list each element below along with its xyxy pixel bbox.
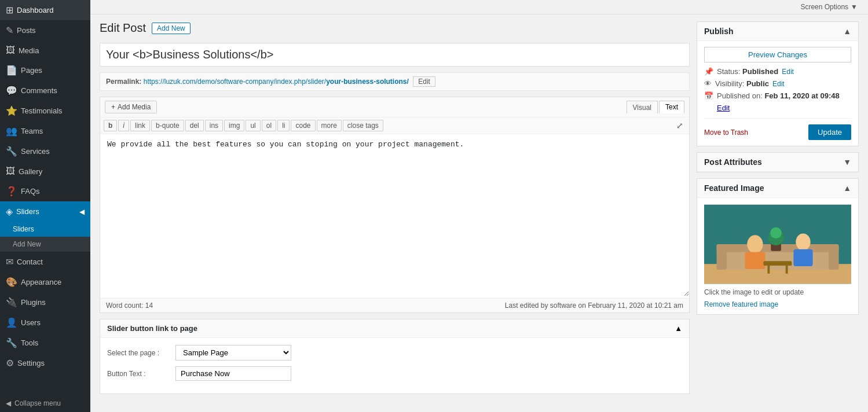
sidebar-item-contact[interactable]: ✉ Contact [0, 252, 90, 272]
code-button[interactable]: code [291, 120, 315, 131]
settings-icon: ⚙ [6, 358, 14, 369]
screen-options-button[interactable]: Screen Options ▼ [797, 2, 861, 12]
del-button[interactable]: del [185, 120, 204, 131]
ol-button[interactable]: ol [262, 120, 276, 131]
sidebar-item-media[interactable]: 🖼 Media [0, 41, 90, 60]
featured-image[interactable] [704, 204, 851, 285]
publish-actions: Move to Trash Update [704, 118, 851, 140]
edit-permalink-button[interactable]: Edit [413, 76, 435, 87]
sliders-icon: ◈ [6, 206, 13, 217]
sidebar-item-pages[interactable]: 📄 Pages [0, 60, 90, 80]
add-media-button[interactable]: + Add Media [105, 101, 157, 113]
publish-widget-toggle[interactable]: ▲ [843, 27, 851, 36]
sidebar-item-comments[interactable]: 💬 Comments [0, 80, 90, 101]
text-mode-button[interactable]: Text [659, 101, 684, 113]
editor-toolbar-top: + Add Media Visual Text [100, 97, 689, 117]
remove-featured-image-link[interactable]: Remove featured image [704, 300, 778, 308]
sidebar-item-testimonials[interactable]: ⭐ Testimonials [0, 101, 90, 121]
featured-image-header: Featured Image ▲ [697, 179, 858, 198]
dashboard-icon: ⊞ [6, 5, 13, 16]
expand-editor-button[interactable]: ⤢ [674, 120, 686, 131]
sidebar-submenu-add-new[interactable]: Add New [0, 237, 90, 252]
bquote-button[interactable]: b-quote [151, 120, 184, 131]
post-title-input[interactable] [100, 43, 690, 67]
sidebar-item-posts[interactable]: ✎ Posts [0, 20, 90, 41]
sidebar-item-tools[interactable]: 🔧 Tools [0, 333, 90, 353]
post-attributes-title: Post Attributes [704, 157, 762, 167]
media-icon: 🖼 [6, 45, 15, 56]
post-attributes-widget: Post Attributes ▼ [697, 152, 859, 172]
faqs-icon: ❓ [6, 186, 17, 197]
publish-widget: Publish ▲ Preview Changes 📌 Status: Publ… [697, 21, 859, 146]
visibility-eye-icon: 👁 [704, 79, 712, 88]
topbar: Screen Options ▼ [90, 0, 868, 14]
sidebar-item-gallery[interactable]: 🖼 Gallery [0, 161, 90, 181]
svg-point-9 [796, 233, 810, 250]
select-page-label: Select the page : [107, 349, 171, 357]
status-edit-link[interactable]: Edit [782, 68, 794, 76]
plugins-icon: 🔌 [6, 297, 17, 308]
ins-button[interactable]: ins [205, 120, 223, 131]
button-text-input[interactable] [175, 366, 291, 381]
visibility-value: Public [746, 79, 769, 88]
content-area: Edit Post Add New Permalink: https://luz… [90, 14, 868, 412]
publish-widget-content: Preview Changes 📌 Status: Published Edit… [697, 41, 858, 146]
meta-box-content: Select the page : Sample Page Home About… [100, 338, 689, 393]
img-button[interactable]: img [224, 120, 244, 131]
sidebar-item-sliders[interactable]: ◈ Sliders ◀ [0, 201, 90, 222]
move-to-trash-link[interactable]: Move to Trash [704, 128, 748, 137]
permalink-label: Permalink: [106, 78, 141, 86]
sidebar-item-plugins[interactable]: 🔌 Plugins [0, 292, 90, 312]
permalink-slug: your-business-solutions/ [326, 78, 409, 86]
appearance-icon: 🎨 [6, 277, 17, 288]
visibility-edit-link[interactable]: Edit [772, 80, 785, 88]
more-button[interactable]: more [317, 120, 342, 131]
meta-box-header[interactable]: Slider button link to page ▲ [100, 319, 689, 338]
featured-image-hint: Click the image to edit or update [704, 288, 851, 296]
published-on-edit-link[interactable]: Edit [717, 104, 730, 112]
sidebar-submenu-sliders[interactable]: Sliders [0, 222, 90, 237]
published-on-row: 📅 Published on: Feb 11, 2020 at 09:48 [704, 91, 851, 100]
testimonials-icon: ⭐ [6, 105, 17, 116]
bold-button[interactable]: b [104, 120, 117, 131]
screen-options-chevron-icon: ▼ [851, 3, 858, 11]
sidebar-item-dashboard[interactable]: ⊞ Dashboard [0, 0, 90, 20]
sidebar-item-users[interactable]: 👤 Users [0, 312, 90, 333]
meta-box-title: Slider button link to page [107, 324, 197, 333]
featured-image-title: Featured Image [704, 183, 764, 193]
close-tags-button[interactable]: close tags [343, 120, 383, 131]
select-page-dropdown[interactable]: Sample Page Home About Contact [175, 345, 291, 360]
status-label: Status: Published [717, 67, 778, 76]
button-text-label: Button Text : [107, 370, 171, 378]
sidebar-item-teams[interactable]: 👥 Teams [0, 121, 90, 141]
comments-icon: 💬 [6, 85, 17, 96]
sidebar-arrow-icon: ◀ [79, 208, 85, 216]
post-attributes-toggle[interactable]: ▼ [843, 157, 851, 167]
italic-button[interactable]: i [118, 120, 129, 131]
editor-footer: Word count: 14 Last edited by software o… [100, 298, 689, 312]
preview-changes-button[interactable]: Preview Changes [704, 47, 851, 62]
users-icon: 👤 [6, 317, 17, 328]
pages-icon: 📄 [6, 65, 17, 76]
svg-point-13 [770, 227, 782, 239]
post-attributes-header: Post Attributes ▼ [697, 153, 858, 172]
select-page-row: Select the page : Sample Page Home About… [107, 345, 682, 360]
sidebar-item-appearance[interactable]: 🎨 Appearance [0, 272, 90, 292]
sidebar-item-services[interactable]: 🔧 Services [0, 141, 90, 161]
editor-content[interactable]: We provide all the best features so you … [100, 134, 689, 296]
featured-image-toggle[interactable]: ▲ [843, 183, 851, 193]
slider-button-meta-box: Slider button link to page ▲ Select the … [100, 319, 690, 394]
status-value: Published [742, 67, 778, 76]
permalink-url[interactable]: https://luzuk.com/demo/software-company/… [144, 78, 409, 86]
li-button[interactable]: li [277, 120, 290, 131]
sidebar-item-settings[interactable]: ⚙ Settings [0, 353, 90, 373]
add-new-button[interactable]: Add New [152, 23, 191, 34]
visual-mode-button[interactable]: Visual [627, 101, 658, 113]
update-button[interactable]: Update [808, 124, 851, 140]
collapse-menu[interactable]: ◀ Collapse menu [0, 395, 90, 412]
link-button[interactable]: link [130, 120, 150, 131]
ul-button[interactable]: ul [246, 120, 260, 131]
svg-rect-16 [786, 266, 788, 274]
sidebar-item-faqs[interactable]: ❓ FAQs [0, 181, 90, 201]
word-count-value: 14 [145, 301, 153, 310]
